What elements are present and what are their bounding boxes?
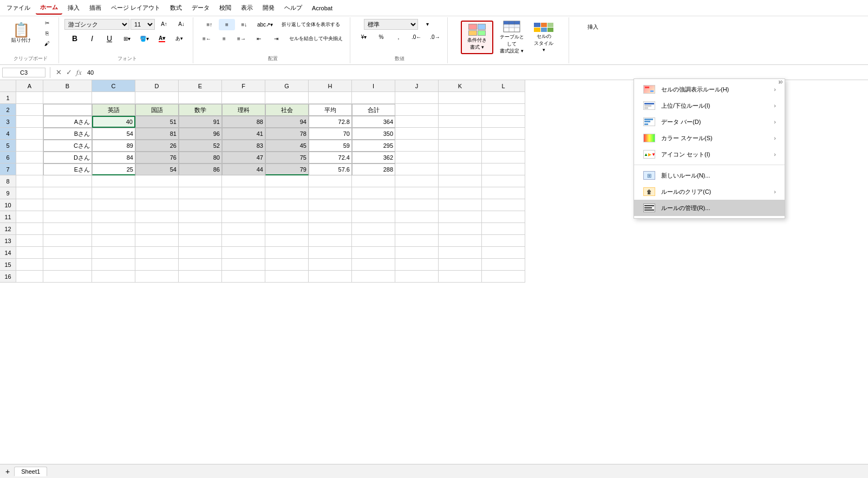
cell-f8[interactable] [222,175,265,187]
comma-button[interactable]: , [390,31,407,43]
cell-b5[interactable]: Cさん [43,140,92,152]
cell-c2[interactable]: 英語 [92,104,135,116]
col-header-d[interactable]: D [135,80,179,92]
increase-font-button[interactable]: A↑ [156,18,172,30]
cell-a3[interactable] [16,116,43,128]
number-format-expand[interactable]: ▾ [419,18,435,30]
font-size-dialog-button[interactable]: あ▾ [171,32,187,45]
menu-developer[interactable]: 開発 [258,2,279,14]
cell-d5[interactable]: 26 [135,140,179,152]
cell-l7[interactable] [482,163,525,175]
cell-f1[interactable] [222,92,265,104]
percent-button[interactable]: % [373,31,389,43]
dropdown-item-newrule[interactable]: ⊞ 新しいルール(N)... [634,167,785,184]
cell-e2[interactable]: 数学 [179,104,222,116]
cell-d2[interactable]: 国語 [135,104,179,116]
dropdown-item-iconset[interactable]: ▲ ▶ ▼ アイコン セット(I) › [634,146,785,162]
cell-a2[interactable] [16,104,43,116]
cell-j4[interactable] [395,128,439,140]
underline-button[interactable]: U [101,31,118,45]
dropdown-item-cell-highlight[interactable]: セルの強調表示ルール(H) › [634,81,785,97]
cell-h3[interactable]: 72.8 [309,116,352,128]
insert-cells-button[interactable]: 挿入 [584,21,602,34]
row-header-5[interactable]: 5 [0,140,16,152]
cell-j2[interactable] [395,104,439,116]
menu-file[interactable]: ファイル [2,2,35,14]
row-header-10[interactable]: 10 [0,199,16,211]
menu-home[interactable]: ホーム [36,1,62,15]
sheet-tab-1[interactable]: Sheet1 [14,467,47,476]
cell-b7[interactable]: Eさん [43,163,92,175]
dropdown-item-colorscale[interactable]: カラー スケール(S) › [634,130,785,146]
col-header-j[interactable]: J [395,80,439,92]
cell-c4[interactable]: 54 [92,128,135,140]
cell-i4[interactable]: 350 [352,128,395,140]
cell-styles-button[interactable]: セルのスタイル ▾ [530,21,557,54]
row-header-9[interactable]: 9 [0,187,16,199]
cell-j7[interactable] [395,163,439,175]
menu-draw[interactable]: 描画 [85,2,106,14]
decrease-indent-button[interactable]: ⇤ [251,33,267,44]
cell-l5[interactable] [482,140,525,152]
col-header-l[interactable]: L [482,80,525,92]
font-color-button[interactable]: A▾ [154,32,170,45]
cell-l9[interactable] [482,187,525,199]
cell-d4[interactable]: 81 [135,128,179,140]
cell-k9[interactable] [439,187,482,199]
row-header-1[interactable]: 1 [0,92,16,104]
cell-i5[interactable]: 295 [352,140,395,152]
cell-b2[interactable] [43,104,92,116]
italic-button[interactable]: I [84,31,100,45]
cell-j3[interactable] [395,116,439,128]
increase-indent-button[interactable]: ⇥ [268,33,284,44]
fill-color-button[interactable]: 🪣▾ [136,33,153,44]
add-sheet-button[interactable]: + [2,466,13,477]
cell-k5[interactable] [439,140,482,152]
col-header-c[interactable]: C [92,80,135,92]
cell-d6[interactable]: 76 [135,152,179,163]
cell-j6[interactable] [395,152,439,163]
formula-function-icon[interactable]: 𝑓𝑥 [75,67,83,78]
decrease-font-button[interactable]: A↓ [173,18,190,30]
cell-k2[interactable] [439,104,482,116]
cell-f4[interactable]: 41 [222,128,265,140]
cell-i7[interactable]: 288 [352,163,395,175]
cell-e1[interactable] [179,92,222,104]
cell-b1[interactable] [43,92,92,104]
cell-h7[interactable]: 57.6 [309,163,352,175]
cell-l8[interactable] [482,175,525,187]
col-header-f[interactable]: F [222,80,265,92]
cell-c6[interactable]: 84 [92,152,135,163]
col-header-g[interactable]: G [265,80,309,92]
cell-f7[interactable]: 44 [222,163,265,175]
cell-a4[interactable] [16,128,43,140]
cell-reference-input[interactable] [2,68,45,77]
cell-d9[interactable] [135,187,179,199]
cell-b9[interactable] [43,187,92,199]
cell-f2[interactable]: 理科 [222,104,265,116]
cell-g8[interactable] [265,175,309,187]
wrap-text-button[interactable]: 折り返して全体を表示する [278,18,344,31]
cell-h1[interactable] [309,92,352,104]
cell-c7[interactable]: 25 [92,163,135,175]
cell-g4[interactable]: 78 [265,128,309,140]
cell-i6[interactable]: 362 [352,152,395,163]
cell-c5[interactable]: 89 [92,140,135,152]
cell-a1[interactable] [16,92,43,104]
row-header-16[interactable]: 16 [0,271,16,283]
cell-i1[interactable] [352,92,395,104]
cell-i3[interactable]: 364 [352,116,395,128]
menu-pagelayout[interactable]: ページ レイアウト [107,2,165,14]
cell-e4[interactable]: 96 [179,128,222,140]
cell-d7[interactable]: 54 [135,163,179,175]
menu-acrobat[interactable]: Acrobat [308,3,337,14]
format-painter-button[interactable]: 🖌 [39,39,55,48]
cell-k3[interactable] [439,116,482,128]
cell-e6[interactable]: 80 [179,152,222,163]
cell-g6[interactable]: 75 [265,152,309,163]
cell-e9[interactable] [179,187,222,199]
cell-l3[interactable] [482,116,525,128]
align-right-button[interactable]: ≡→ [233,33,250,44]
cell-k6[interactable] [439,152,482,163]
cell-b8[interactable] [43,175,92,187]
